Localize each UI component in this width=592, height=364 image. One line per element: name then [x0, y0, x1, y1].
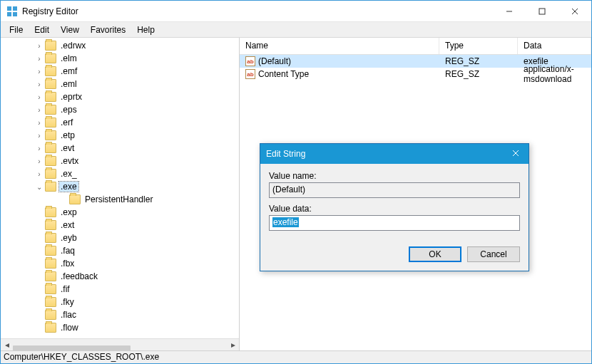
- expander-icon[interactable]: ›: [35, 68, 44, 76]
- tree-item-label: .eyb: [61, 233, 77, 243]
- menu-file[interactable]: File: [4, 24, 29, 36]
- maximize-icon: [539, 8, 546, 15]
- menu-favorites[interactable]: Favorites: [85, 24, 131, 36]
- tree-item[interactable]: .faq: [1, 244, 239, 257]
- tree-item-label: .eprtx: [61, 92, 82, 102]
- tree-item[interactable]: ›.evtx: [1, 155, 239, 167]
- cell-type: REG_SZ: [439, 56, 518, 66]
- tree-item[interactable]: ⌄.exe: [1, 180, 239, 193]
- tree-item-label: .ex_: [61, 169, 77, 179]
- dialog-buttons: OK Cancel: [260, 244, 529, 271]
- list-header: Name Type Data: [240, 38, 591, 55]
- dialog-body: Value name: (Default) Value data: exefil…: [260, 164, 529, 244]
- tree-item-label: .etp: [61, 130, 75, 140]
- tree-item-label: .erf: [61, 118, 73, 128]
- tree-item[interactable]: .flac: [1, 308, 239, 321]
- tree-item[interactable]: ›.erf: [1, 116, 239, 129]
- tree-item-label: .evt: [61, 143, 74, 153]
- tree-item-label: .flac: [61, 310, 76, 320]
- tree-item[interactable]: .eyb: [1, 232, 239, 244]
- expander-icon[interactable]: ›: [35, 119, 44, 127]
- tree-item[interactable]: ›.eml: [1, 78, 239, 90]
- tree-item[interactable]: .fky: [1, 296, 239, 308]
- folder-icon: [45, 310, 56, 320]
- table-row[interactable]: Content TypeREG_SZapplication/x-msdownlo…: [240, 68, 591, 80]
- tree-item-label: .fky: [61, 297, 74, 307]
- tree-item-label: .exp: [61, 207, 77, 217]
- tree-item[interactable]: ›.edrwx: [1, 39, 239, 52]
- value-list[interactable]: (Default)REG_SZexefileContent TypeREG_SZ…: [240, 55, 591, 80]
- registry-tree[interactable]: ›.edrwx›.elm›.emf›.eml›.eprtx›.eps›.erf›…: [1, 38, 239, 338]
- dialog-close-button[interactable]: [509, 149, 523, 159]
- close-button[interactable]: [558, 1, 591, 22]
- value-name-label: Value name:: [269, 171, 520, 181]
- tree-item[interactable]: PersistentHandler: [1, 193, 239, 206]
- cell-name: (Default): [240, 56, 439, 66]
- string-value-icon: [245, 69, 255, 79]
- tree-item[interactable]: .flow: [1, 321, 239, 334]
- folder-icon: [45, 323, 56, 333]
- column-data[interactable]: Data: [518, 38, 591, 54]
- expander-icon[interactable]: ›: [35, 170, 44, 178]
- expander-icon[interactable]: ›: [35, 145, 44, 152]
- svg-rect-2: [7, 12, 11, 16]
- folder-icon: [45, 156, 56, 166]
- tree-item[interactable]: .fbx: [1, 257, 239, 270]
- tree-item[interactable]: .exp: [1, 206, 239, 219]
- svg-rect-3: [13, 12, 17, 16]
- svg-rect-1: [13, 6, 17, 11]
- scroll-thumb[interactable]: [13, 345, 131, 350]
- tree-item-label: .ext: [61, 220, 74, 230]
- tree-item[interactable]: ›.emf: [1, 65, 239, 78]
- tree-item[interactable]: ›.eps: [1, 103, 239, 116]
- expander-icon[interactable]: ›: [35, 42, 44, 50]
- dialog-title-bar[interactable]: Edit String: [260, 144, 529, 164]
- expander-icon[interactable]: ›: [35, 157, 44, 165]
- tree-item[interactable]: ›.evt: [1, 142, 239, 155]
- cell-name: Content Type: [240, 69, 439, 79]
- folder-icon: [45, 143, 56, 153]
- tree-item[interactable]: .fif: [1, 283, 239, 296]
- expander-icon[interactable]: ⌄: [35, 183, 44, 191]
- column-type[interactable]: Type: [439, 38, 518, 54]
- menu-edit[interactable]: Edit: [29, 24, 55, 36]
- cancel-button[interactable]: Cancel: [467, 246, 520, 262]
- folder-icon: [45, 79, 56, 89]
- minimize-button[interactable]: [493, 1, 526, 22]
- minimize-icon: [506, 8, 513, 15]
- scroll-left-icon[interactable]: ◂: [1, 339, 13, 351]
- menu-help[interactable]: Help: [131, 24, 160, 36]
- column-name[interactable]: Name: [240, 38, 439, 54]
- tree-item[interactable]: ›.eprtx: [1, 90, 239, 103]
- app-icon: [6, 6, 18, 17]
- tree-item[interactable]: ›.elm: [1, 52, 239, 65]
- scroll-right-icon[interactable]: ▸: [227, 339, 239, 351]
- tree-item-label: .elm: [61, 53, 77, 63]
- expander-icon[interactable]: ›: [35, 55, 44, 63]
- tree-item-label: .exe: [61, 182, 77, 192]
- tree-h-scrollbar[interactable]: ◂ ▸: [1, 338, 239, 350]
- expander-icon[interactable]: ›: [35, 132, 44, 140]
- edit-string-dialog: Edit String Value name: (Default) Value …: [260, 143, 529, 271]
- folder-icon: [45, 105, 56, 115]
- expander-icon[interactable]: ›: [35, 80, 44, 88]
- tree-item-label: .evtx: [61, 156, 78, 166]
- tree-item[interactable]: ›.etp: [1, 129, 239, 142]
- tree-item[interactable]: ›.ex_: [1, 167, 239, 180]
- folder-icon: [45, 92, 56, 102]
- value-name-field[interactable]: (Default): [269, 182, 520, 198]
- expander-icon[interactable]: ›: [35, 106, 44, 114]
- tree-item[interactable]: .ext: [1, 219, 239, 232]
- tree-item[interactable]: .feedback: [1, 270, 239, 283]
- maximize-button[interactable]: [526, 1, 558, 22]
- expander-icon[interactable]: ›: [35, 93, 44, 101]
- tree-item-label: .emf: [61, 66, 77, 76]
- tree-item-label: .edrwx: [61, 41, 86, 51]
- ok-button[interactable]: OK: [409, 246, 461, 262]
- window-controls: [493, 1, 591, 22]
- menu-view[interactable]: View: [55, 24, 85, 36]
- value-data-field[interactable]: exefile: [269, 215, 520, 231]
- tree-item-label: .flow: [61, 323, 78, 333]
- folder-icon: [45, 41, 56, 51]
- folder-icon: [45, 297, 56, 307]
